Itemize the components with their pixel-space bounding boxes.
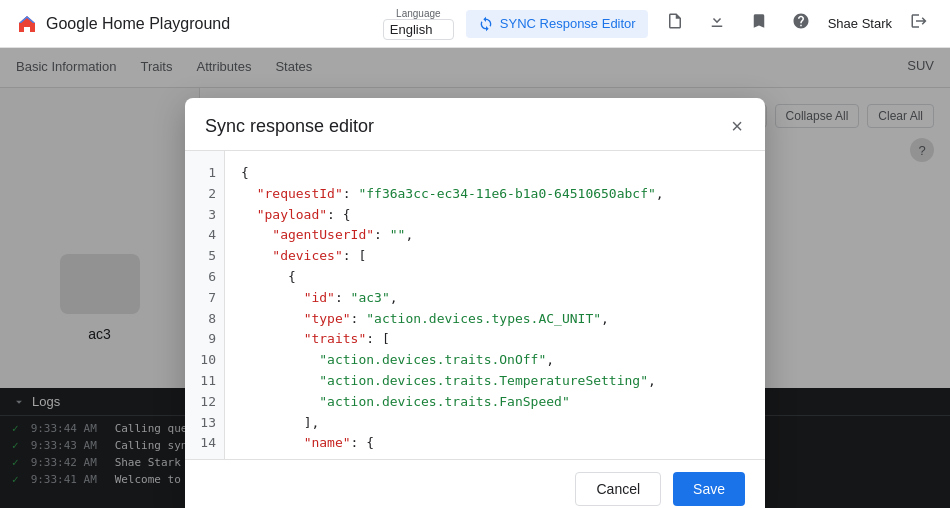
line-num: 13: [197, 413, 216, 434]
modal-footer: Cancel Save: [185, 459, 765, 508]
cancel-button[interactable]: Cancel: [575, 472, 661, 506]
app-title: Google Home Playground: [46, 15, 230, 33]
home-icon: [16, 13, 38, 35]
sync-icon: [478, 16, 494, 32]
modal-body: 1 2 3 4 5 6 7 8 9 10 11 12 13 14: [185, 151, 765, 459]
language-label: Language: [396, 8, 441, 19]
code-line-13: ],: [241, 413, 749, 434]
line-num: 8: [197, 309, 216, 330]
modal-header: Sync response editor ×: [185, 98, 765, 151]
code-line-3: "payload": {: [241, 205, 749, 226]
line-num: 5: [197, 246, 216, 267]
line-num: 3: [197, 205, 216, 226]
code-line-12: "action.devices.traits.FanSpeed": [241, 392, 749, 413]
help-icon-button[interactable]: [786, 8, 816, 39]
line-num: 1: [197, 163, 216, 184]
logout-icon-button[interactable]: [904, 8, 934, 39]
code-line-10: "action.devices.traits.OnOff",: [241, 350, 749, 371]
sync-response-editor-modal: Sync response editor × 1 2 3 4 5 6 7 8 9: [185, 98, 765, 508]
sync-btn-label: SYNC Response Editor: [500, 16, 636, 31]
code-line-14: "name": {: [241, 433, 749, 454]
topbar: Google Home Playground Language English …: [0, 0, 950, 48]
line-num: 11: [197, 371, 216, 392]
code-line-1: {: [241, 163, 749, 184]
modal-title: Sync response editor: [205, 116, 374, 137]
language-dropdown[interactable]: English: [383, 19, 454, 40]
line-num: 2: [197, 184, 216, 205]
line-num: 14: [197, 433, 216, 454]
download-icon-button[interactable]: [702, 8, 732, 39]
code-line-2: "requestId": "ff36a3cc-ec34-11e6-b1a0-64…: [241, 184, 749, 205]
code-area: 1 2 3 4 5 6 7 8 9 10 11 12 13 14: [185, 151, 765, 459]
code-line-6: {: [241, 267, 749, 288]
language-selector: Language English: [383, 8, 454, 40]
line-numbers: 1 2 3 4 5 6 7 8 9 10 11 12 13 14: [185, 151, 225, 459]
app-logo: Google Home Playground: [16, 13, 230, 35]
line-num: 7: [197, 288, 216, 309]
svg-marker-0: [19, 16, 35, 32]
line-num: 12: [197, 392, 216, 413]
main-area: Basic Information Traits Attributes Stat…: [0, 48, 950, 508]
code-line-11: "action.devices.traits.TemperatureSettin…: [241, 371, 749, 392]
modal-close-button[interactable]: ×: [729, 114, 745, 138]
line-num: 10: [197, 350, 216, 371]
code-content[interactable]: { "requestId": "ff36a3cc-ec34-11e6-b1a0-…: [225, 151, 765, 459]
code-line-7: "id": "ac3",: [241, 288, 749, 309]
line-num: 4: [197, 225, 216, 246]
bookmark-icon-button[interactable]: [744, 8, 774, 39]
save-button[interactable]: Save: [673, 472, 745, 506]
user-name: Shae Stark: [828, 16, 892, 31]
sync-response-editor-button[interactable]: SYNC Response Editor: [466, 10, 648, 38]
code-line-8: "type": "action.devices.types.AC_UNIT",: [241, 309, 749, 330]
line-num: 9: [197, 329, 216, 350]
export-icon-button[interactable]: [660, 8, 690, 39]
code-line-5: "devices": [: [241, 246, 749, 267]
code-line-9: "traits": [: [241, 329, 749, 350]
line-num: 6: [197, 267, 216, 288]
modal-overlay: Sync response editor × 1 2 3 4 5 6 7 8 9: [0, 48, 950, 508]
code-line-4: "agentUserId": "",: [241, 225, 749, 246]
